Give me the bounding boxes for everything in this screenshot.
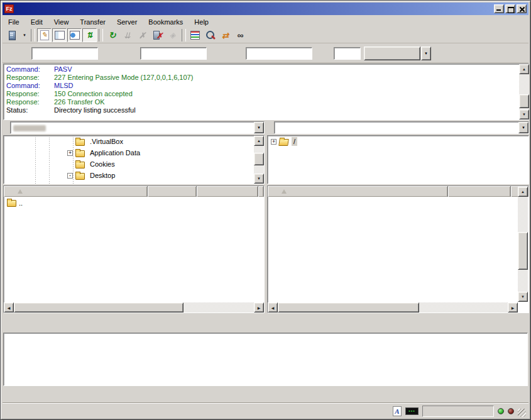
- column-header-filesize[interactable]: [148, 186, 197, 197]
- receive-activity-led-icon: [498, 408, 504, 414]
- filezilla-app-icon: Fz: [4, 4, 14, 13]
- password-input[interactable]: [246, 47, 312, 60]
- folder-icon: [75, 162, 85, 169]
- log-scrollbar[interactable]: ▲ ▼: [519, 64, 529, 119]
- toolbar-icon: [54, 30, 65, 40]
- column-header-filetype[interactable]: [197, 186, 258, 197]
- tree-item[interactable]: Cookies: [4, 158, 264, 170]
- toggle-remote-tree-button[interactable]: [67, 28, 82, 42]
- tree-item[interactable]: Desktop: [4, 170, 264, 181]
- toolbar-icon: [69, 30, 80, 40]
- toolbar-separator: [182, 29, 186, 41]
- site-manager-button[interactable]: [5, 28, 19, 42]
- filezilla-window: Fz FileEditViewTransferServerBookmarksHe…: [0, 0, 531, 420]
- toolbar-icon: [220, 30, 231, 40]
- toolbar-icon: [137, 30, 148, 40]
- ascii-data-type-icon: A: [393, 406, 402, 416]
- port-input[interactable]: [334, 47, 361, 60]
- menu-bookmarks[interactable]: Bookmarks: [143, 17, 189, 27]
- status-bar: A ▪▪▪: [3, 403, 528, 418]
- compare-button[interactable]: [203, 28, 217, 42]
- menu-server[interactable]: Server: [111, 17, 143, 27]
- scroll-thumb[interactable]: [518, 232, 528, 270]
- scroll-right-button[interactable]: ▶: [254, 302, 264, 312]
- remote-horizontal-scrollbar[interactable]: ◀ ▶: [268, 302, 518, 312]
- scroll-thumb[interactable]: [519, 94, 529, 108]
- toggle-local-tree-button[interactable]: [52, 28, 67, 42]
- toolbar-icon: [122, 30, 133, 40]
- column-header-filename[interactable]: [4, 186, 148, 197]
- scroll-up-button[interactable]: ▲: [519, 64, 529, 74]
- maximize-button[interactable]: [505, 4, 515, 13]
- log-line: Response: 150 Connection accepted: [6, 90, 516, 98]
- tree-expander[interactable]: [271, 139, 276, 145]
- local-directory-tree: .VirtualBox Application Data Cookies Des…: [3, 135, 265, 184]
- column-header-filename[interactable]: [268, 186, 448, 197]
- reconnect-button[interactable]: [165, 28, 180, 42]
- site-manager-dropdown-button[interactable]: [20, 28, 29, 42]
- menu-view[interactable]: View: [48, 17, 75, 27]
- ..[interactable]: ..: [4, 197, 263, 208]
- filter-button[interactable]: [188, 28, 202, 42]
- log-line: Status: Directory listing successful: [6, 106, 516, 114]
- menu-help[interactable]: Help: [189, 17, 214, 27]
- disconnect-button[interactable]: [150, 28, 165, 42]
- menu-file[interactable]: File: [3, 17, 25, 27]
- menu-edit[interactable]: Edit: [25, 17, 48, 27]
- tree-expander[interactable]: [67, 173, 73, 179]
- column-header-last-modified[interactable]: [258, 186, 264, 197]
- tree-item[interactable]: /: [268, 136, 528, 147]
- sort-ascending-icon: [282, 189, 287, 194]
- local-horizontal-scrollbar[interactable]: ◀ ▶: [4, 302, 264, 312]
- local-site-bar: ▼: [3, 121, 265, 134]
- toolbar-icon: [107, 30, 118, 40]
- scroll-left-button[interactable]: ◀: [268, 302, 278, 312]
- column-header-filesize[interactable]: [448, 186, 511, 197]
- toolbar-icon: [21, 30, 28, 40]
- tree-item[interactable]: Application Data: [4, 147, 264, 158]
- local-site-combobox[interactable]: ▼: [10, 121, 265, 134]
- scroll-thumb[interactable]: [278, 302, 419, 312]
- scroll-thumb[interactable]: [14, 302, 183, 312]
- folder-icon: [75, 173, 85, 180]
- quickconnect-button[interactable]: [364, 47, 420, 60]
- log-line: Command: MLSD: [6, 82, 516, 90]
- dropdown-arrow-icon[interactable]: ▼: [518, 122, 528, 133]
- search-button[interactable]: [233, 28, 248, 42]
- menu-transfer[interactable]: Transfer: [74, 17, 111, 27]
- queue-status: [422, 406, 494, 417]
- toolbar-icon: [190, 30, 200, 40]
- toggle-queue-button[interactable]: [82, 28, 97, 42]
- scroll-right-button[interactable]: ▶: [508, 302, 518, 312]
- folder-icon: [7, 200, 16, 207]
- sync-browsing-button[interactable]: [218, 28, 233, 42]
- remote-site-combobox[interactable]: ▼: [274, 121, 529, 134]
- folder-open-icon: [278, 139, 289, 146]
- local-file-list: .. ◀ ▶: [3, 185, 265, 313]
- remote-list-header: [268, 186, 528, 197]
- process-queue-button[interactable]: [120, 28, 134, 42]
- remote-site-path: [275, 122, 518, 133]
- close-button[interactable]: [517, 4, 527, 13]
- dropdown-arrow-icon[interactable]: ▼: [254, 122, 264, 133]
- scroll-down-button[interactable]: ▼: [519, 109, 529, 119]
- tree-item[interactable]: .VirtualBox: [4, 136, 264, 147]
- toolbar: [3, 28, 528, 43]
- scroll-left-button[interactable]: ◀: [4, 302, 14, 312]
- host-input[interactable]: [31, 47, 98, 60]
- log-line: Command: PASV: [6, 65, 516, 74]
- scroll-down-button[interactable]: ▼: [518, 292, 528, 302]
- message-log: Command: PASV Response: 227 Entering Pas…: [3, 64, 529, 120]
- refresh-button[interactable]: [105, 28, 119, 42]
- username-input[interactable]: [140, 47, 207, 60]
- tree-expander[interactable]: [67, 150, 73, 156]
- resize-grip[interactable]: [518, 409, 526, 417]
- cancel-button[interactable]: [135, 28, 150, 42]
- local-site-path: [11, 122, 254, 133]
- remote-list-scrollbar[interactable]: ▲ ▼: [518, 187, 528, 302]
- toolbar-icon: [235, 30, 246, 40]
- scroll-up-button[interactable]: ▲: [518, 187, 528, 197]
- minimize-button[interactable]: [494, 4, 504, 13]
- toggle-log-button[interactable]: [37, 28, 52, 42]
- quickconnect-dropdown-button[interactable]: ▼: [421, 47, 431, 60]
